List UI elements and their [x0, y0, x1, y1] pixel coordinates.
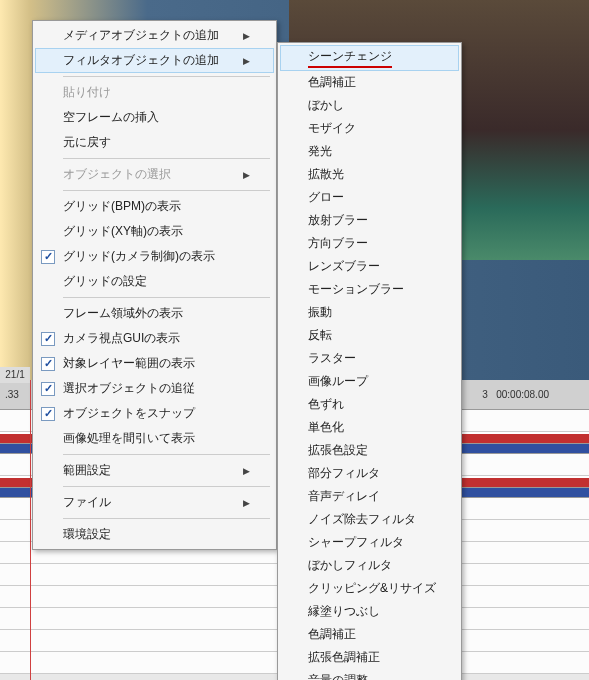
submenu-item-label: 音声ディレイ	[308, 488, 380, 505]
submenu-item-label: 拡張色設定	[308, 442, 368, 459]
submenu-item[interactable]: 放射ブラー	[280, 209, 459, 232]
menu-item-label: 元に戻す	[63, 134, 111, 151]
menu-item-label: 選択オブジェクトの追従	[63, 380, 195, 397]
menu-item[interactable]: ✓グリッド(カメラ制御)の表示	[35, 244, 274, 269]
menu-item[interactable]: ✓選択オブジェクトの追従	[35, 376, 274, 401]
menu-separator	[63, 76, 270, 77]
submenu-item-label: モーションブラー	[308, 281, 404, 298]
submenu-item[interactable]: 拡張色調補正	[280, 646, 459, 669]
submenu-item[interactable]: シーンチェンジ	[280, 45, 459, 71]
submenu-item[interactable]: レンズブラー	[280, 255, 459, 278]
menu-item[interactable]: グリッド(XY軸)の表示	[35, 219, 274, 244]
menu-item-label: グリッド(XY軸)の表示	[63, 223, 183, 240]
submenu-item-label: クリッピング&リサイズ	[308, 580, 436, 597]
menu-item-label: フィルタオブジェクトの追加	[63, 52, 219, 69]
submenu-item[interactable]: 音量の調整	[280, 669, 459, 680]
menu-item[interactable]: 空フレームの挿入	[35, 105, 274, 130]
menu-item: オブジェクトの選択▶	[35, 162, 274, 187]
submenu-item-label: 音量の調整	[308, 672, 368, 680]
menu-item[interactable]: ✓対象レイヤー範囲の表示	[35, 351, 274, 376]
submenu-item[interactable]: 部分フィルタ	[280, 462, 459, 485]
submenu-item-label: 色調補正	[308, 74, 356, 91]
submenu-item[interactable]: 色調補正	[280, 623, 459, 646]
submenu-item[interactable]: ノイズ除去フィルタ	[280, 508, 459, 531]
check-mark-icon: ✓	[44, 407, 53, 420]
submenu-item[interactable]: ラスター	[280, 347, 459, 370]
submenu-item[interactable]: モザイク	[280, 117, 459, 140]
timecode-right: 3 00:00:08.00	[482, 389, 549, 400]
menu-item[interactable]: 元に戻す	[35, 130, 274, 155]
submenu-arrow-icon: ▶	[243, 56, 250, 66]
submenu-item[interactable]: グロー	[280, 186, 459, 209]
submenu-item[interactable]: 音声ディレイ	[280, 485, 459, 508]
submenu-item-label: 放射ブラー	[308, 212, 368, 229]
submenu-item-label: ノイズ除去フィルタ	[308, 511, 416, 528]
menu-separator	[63, 190, 270, 191]
submenu-item-label: 拡張色調補正	[308, 649, 380, 666]
timecode-left: .33	[5, 389, 19, 400]
menu-item-label: 範囲設定	[63, 462, 111, 479]
submenu-item[interactable]: ぼかしフィルタ	[280, 554, 459, 577]
submenu-item-label: ラスター	[308, 350, 356, 367]
submenu-item[interactable]: 反転	[280, 324, 459, 347]
menu-separator	[63, 518, 270, 519]
menu-item[interactable]: グリッド(BPM)の表示	[35, 194, 274, 219]
submenu-item[interactable]: 拡散光	[280, 163, 459, 186]
menu-item[interactable]: 画像処理を間引いて表示	[35, 426, 274, 451]
submenu-item-label: 反転	[308, 327, 332, 344]
submenu-item[interactable]: 画像ループ	[280, 370, 459, 393]
menu-separator	[63, 158, 270, 159]
check-mark-icon: ✓	[44, 382, 53, 395]
submenu-item-label: 色ずれ	[308, 396, 344, 413]
menu-separator	[63, 297, 270, 298]
submenu-item-label: 画像ループ	[308, 373, 368, 390]
menu-item: 貼り付け	[35, 80, 274, 105]
submenu-item-label: 縁塗りつぶし	[308, 603, 380, 620]
menu-item-label: 貼り付け	[63, 84, 111, 101]
checkbox-icon: ✓	[41, 357, 55, 371]
menu-item-label: 空フレームの挿入	[63, 109, 159, 126]
submenu-item-label: 発光	[308, 143, 332, 160]
checkbox-icon: ✓	[41, 382, 55, 396]
submenu-item[interactable]: 拡張色設定	[280, 439, 459, 462]
submenu-arrow-icon: ▶	[243, 31, 250, 41]
submenu-item[interactable]: 縁塗りつぶし	[280, 600, 459, 623]
playhead[interactable]	[30, 380, 31, 680]
menu-item[interactable]: グリッドの設定	[35, 269, 274, 294]
submenu-item[interactable]: ぼかし	[280, 94, 459, 117]
submenu-item[interactable]: 振動	[280, 301, 459, 324]
checkbox-icon: ✓	[41, 407, 55, 421]
menu-item[interactable]: フィルタオブジェクトの追加▶	[35, 48, 274, 73]
submenu-item-label: 部分フィルタ	[308, 465, 380, 482]
menu-item[interactable]: ✓カメラ視点GUIの表示	[35, 326, 274, 351]
submenu-item[interactable]: 単色化	[280, 416, 459, 439]
submenu-item[interactable]: 色ずれ	[280, 393, 459, 416]
submenu-arrow-icon: ▶	[243, 498, 250, 508]
menu-item-label: グリッド(BPM)の表示	[63, 198, 181, 215]
submenu-arrow-icon: ▶	[243, 466, 250, 476]
submenu-item[interactable]: 色調補正	[280, 71, 459, 94]
menu-item[interactable]: 環境設定	[35, 522, 274, 547]
submenu-item[interactable]: 方向ブラー	[280, 232, 459, 255]
submenu-arrow-icon: ▶	[243, 170, 250, 180]
menu-item[interactable]: フレーム領域外の表示	[35, 301, 274, 326]
menu-item[interactable]: メディアオブジェクトの追加▶	[35, 23, 274, 48]
menu-item[interactable]: ✓オブジェクトをスナップ	[35, 401, 274, 426]
submenu-item[interactable]: シャープフィルタ	[280, 531, 459, 554]
check-mark-icon: ✓	[44, 332, 53, 345]
submenu-item[interactable]: 発光	[280, 140, 459, 163]
checkbox-icon: ✓	[41, 250, 55, 264]
submenu-item-label: ぼかし	[308, 97, 344, 114]
submenu-item-label: シーンチェンジ	[308, 48, 392, 68]
menu-separator	[63, 454, 270, 455]
submenu-item[interactable]: モーションブラー	[280, 278, 459, 301]
submenu-item[interactable]: クリッピング&リサイズ	[280, 577, 459, 600]
menu-separator	[63, 486, 270, 487]
menu-item[interactable]: ファイル▶	[35, 490, 274, 515]
submenu-item-label: モザイク	[308, 120, 356, 137]
menu-item-label: 対象レイヤー範囲の表示	[63, 355, 195, 372]
submenu-item-label: 方向ブラー	[308, 235, 368, 252]
menu-item[interactable]: 範囲設定▶	[35, 458, 274, 483]
menu-item-label: 画像処理を間引いて表示	[63, 430, 195, 447]
submenu-item-label: レンズブラー	[308, 258, 380, 275]
